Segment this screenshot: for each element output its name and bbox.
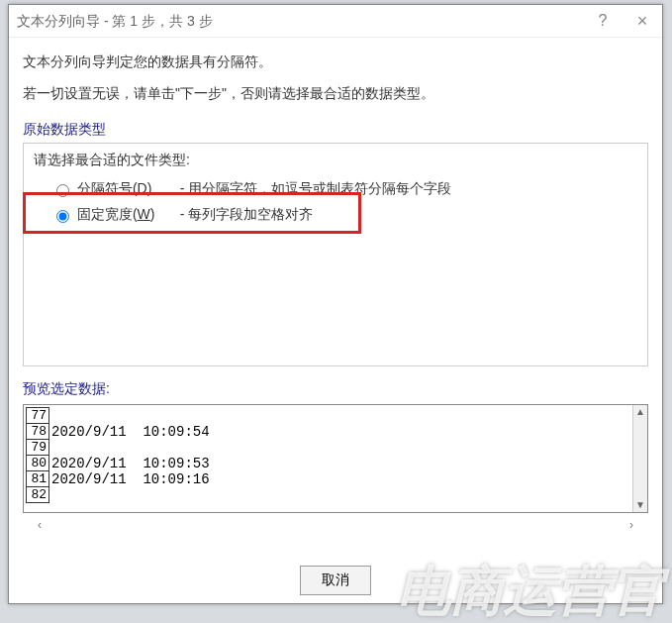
row-number: 77 [27,408,49,424]
radio-delimited-desc: - 用分隔字符，如逗号或制表符分隔每个字段 [180,177,452,199]
scroll-right-icon[interactable]: › [623,518,640,532]
wizard-dialog: 文本分列向导 - 第 1 步，共 3 步 ? × 文本分列向导判定您的数据具有分… [8,4,663,604]
scroll-left-icon[interactable]: ‹ [31,518,48,532]
preview-content: 77782020/9/11 10:09:5479802020/9/11 10:0… [26,407,633,510]
row-value [49,408,211,424]
button-bar: 取消 [9,566,662,595]
row-number: 78 [27,424,49,440]
original-data-type-group: 请选择最合适的文件类型: 分隔符号(D) - 用分隔字符，如逗号或制表符分隔每个… [23,143,648,366]
title-bar: 文本分列向导 - 第 1 步，共 3 步 ? × [9,5,662,38]
file-type-prompt: 请选择最合适的文件类型: [34,152,637,169]
radio-delimited-label[interactable]: 分隔符号(D) [77,177,172,199]
intro-line-1: 文本分列向导判定您的数据具有分隔符。 [23,53,648,71]
row-number: 80 [27,456,49,471]
vertical-scrollbar[interactable]: ▲ ▼ [632,405,647,512]
radio-fixed-width-label[interactable]: 固定宽度(W) [77,203,172,225]
preview-table: 77782020/9/11 10:09:5479802020/9/11 10:0… [26,407,211,503]
preview-row: 812020/9/11 10:09:16 [27,471,211,487]
row-value [49,440,211,456]
row-value: 2020/9/11 10:09:16 [49,471,211,487]
original-data-type-label: 原始数据类型 [23,121,648,139]
row-value [49,487,211,503]
preview-label: 预览选定数据: [23,380,648,398]
radio-row-delimited: 分隔符号(D) - 用分隔字符，如逗号或制表符分隔每个字段 [34,177,637,199]
preview-row: 79 [27,440,211,456]
cancel-button[interactable]: 取消 [300,566,371,595]
radio-delimited[interactable] [56,184,69,197]
radio-row-fixed-width: 固定宽度(W) - 每列字段加空格对齐 [34,203,637,225]
dialog-body: 文本分列向导判定您的数据具有分隔符。 若一切设置无误，请单击"下一步"，否则请选… [9,38,662,535]
preview-box: 77782020/9/11 10:09:5479802020/9/11 10:0… [23,404,648,513]
scroll-down-icon[interactable]: ▼ [633,498,647,512]
horizontal-scrollbar[interactable]: ‹ › [23,515,648,535]
preview-row: 782020/9/11 10:09:54 [27,424,211,440]
row-value: 2020/9/11 10:09:53 [49,456,211,471]
preview-row: 77 [27,408,211,424]
close-button[interactable]: × [623,5,662,37]
row-value: 2020/9/11 10:09:54 [49,424,211,440]
radio-fixed-width-desc: - 每列字段加空格对齐 [180,203,314,225]
row-number: 82 [27,487,49,503]
help-button[interactable]: ? [583,5,623,37]
preview-row: 82 [27,487,211,503]
scroll-up-icon[interactable]: ▲ [633,405,647,419]
radio-fixed-width[interactable] [56,210,69,223]
row-number: 79 [27,440,49,456]
dialog-title: 文本分列向导 - 第 1 步，共 3 步 [17,5,213,37]
row-number: 81 [27,471,49,487]
preview-row: 802020/9/11 10:09:53 [27,456,211,471]
intro-line-2: 若一切设置无误，请单击"下一步"，否则请选择最合适的数据类型。 [23,85,648,103]
